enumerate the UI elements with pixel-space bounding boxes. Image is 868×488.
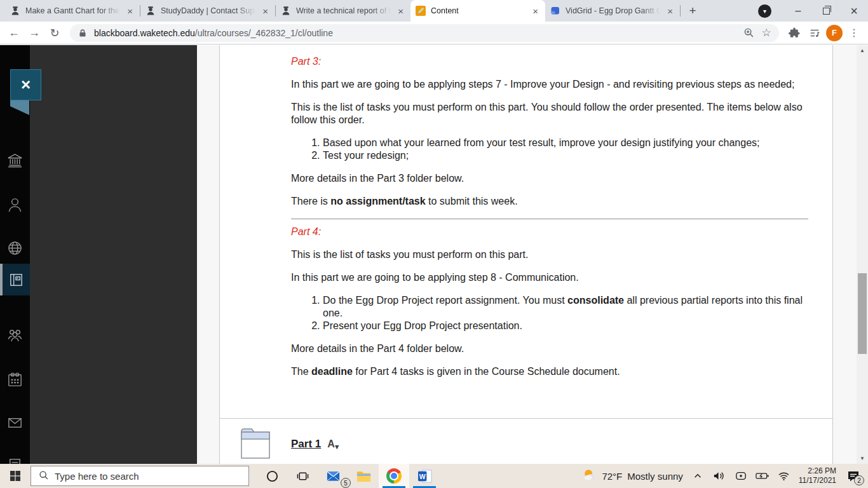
- volume-icon[interactable]: [712, 469, 726, 483]
- part4-more: More details in the Part 4 folder below.: [291, 342, 808, 355]
- sidebar-item-calendar[interactable]: [0, 363, 30, 395]
- sidebar-item-grades[interactable]: [0, 449, 30, 464]
- mail-app-button[interactable]: 5: [318, 464, 348, 488]
- tab-studydaddy-support[interactable]: StudyDaddy | Contact Suppor ×: [140, 0, 275, 22]
- address-bar[interactable]: blackboard.waketech.edu/ultra/courses/_4…: [70, 24, 779, 42]
- extensions-puzzle-icon[interactable]: [785, 24, 803, 42]
- window-controls: ▾ – ×: [758, 0, 868, 22]
- part4-heading: Part 4:: [291, 226, 808, 238]
- part4-note: The deadline for Part 4 tasks is given i…: [291, 365, 808, 378]
- vidgrid-favicon-icon: [550, 6, 560, 16]
- tab-technical-report[interactable]: Write a technical report of tw ×: [276, 0, 410, 22]
- cortana-button[interactable]: [257, 464, 287, 488]
- tab-title: Write a technical report of tw: [296, 6, 391, 15]
- url-path: /ultra/courses/_462832_1/cl/outline: [195, 28, 333, 38]
- task-view-icon: [297, 470, 309, 482]
- tab-close-icon[interactable]: ×: [396, 6, 405, 17]
- calendar-icon: [6, 371, 24, 388]
- sidebar-item-messages[interactable]: [0, 407, 30, 438]
- scroll-up-icon[interactable]: ▲: [857, 45, 868, 56]
- sidebar-item-organizations[interactable]: [0, 319, 30, 351]
- new-tab-button[interactable]: +: [684, 3, 701, 19]
- url-domain: blackboard.waketech.edu: [94, 28, 195, 38]
- forward-button[interactable]: →: [25, 24, 43, 42]
- weather-condition: Mostly sunny: [627, 471, 683, 482]
- weather-widget[interactable]: 72°F Mostly sunny: [583, 468, 682, 484]
- clock-time: 2:26 PM: [799, 466, 836, 476]
- part4-task-list: Do the Egg Drop Project report assignmen…: [291, 294, 808, 332]
- mail-icon: [6, 414, 24, 431]
- sidebar-item-profile[interactable]: [0, 189, 30, 220]
- weather-temp: 72°F: [602, 471, 622, 482]
- part3-heading: Part 3:: [291, 55, 808, 68]
- list-item: Do the Egg Drop Project report assignmen…: [323, 294, 808, 320]
- media-controls-icon[interactable]: [806, 24, 824, 42]
- word-taskbar-button[interactable]: W: [409, 464, 440, 488]
- course-outline-text: Part 3: In this part we are going to be …: [220, 45, 832, 419]
- reload-button[interactable]: ↻: [46, 24, 64, 42]
- browser-toolbar: ← → ↻ blackboard.waketech.edu/ultra/cour…: [0, 22, 868, 44]
- scroll-down-icon[interactable]: ▼: [857, 453, 868, 464]
- folder-link-part1[interactable]: Part 1: [291, 438, 321, 451]
- part3-task-list: Based upon what your learned from your t…: [291, 137, 808, 162]
- search-icon: [39, 470, 48, 482]
- file-explorer-button[interactable]: [348, 464, 379, 488]
- task-view-button[interactable]: [287, 464, 318, 488]
- browser-menu-icon[interactable]: ⋮: [845, 24, 863, 42]
- zoom-icon[interactable]: [742, 27, 755, 39]
- tab-close-icon[interactable]: ×: [261, 6, 270, 17]
- taskbar-clock[interactable]: 2:26 PM 11/17/2021: [799, 466, 836, 485]
- start-button[interactable]: [0, 464, 31, 488]
- wifi-icon[interactable]: [777, 469, 791, 483]
- search-placeholder: Type here to search: [55, 471, 139, 482]
- tab-search-button[interactable]: ▾: [758, 4, 771, 18]
- course-menu-panel: [30, 45, 197, 464]
- windows-taskbar: Type here to search 5 W 72°F: [0, 464, 868, 488]
- sidebar-item-activity[interactable]: [0, 232, 30, 264]
- meet-now-icon[interactable]: [734, 469, 748, 483]
- tab-title: Content: [431, 6, 526, 15]
- windows-logo-icon: [10, 471, 20, 481]
- restore-button[interactable]: [812, 0, 840, 22]
- close-window-button[interactable]: ×: [840, 0, 868, 22]
- page-scrollbar[interactable]: ▲ ▼: [857, 45, 868, 464]
- chrome-taskbar-button[interactable]: [379, 464, 409, 488]
- taskbar-search-box[interactable]: Type here to search: [31, 466, 249, 486]
- tab-close-icon[interactable]: ×: [665, 6, 675, 17]
- cortana-icon: [266, 470, 278, 482]
- chevron-down-icon: ▾: [763, 8, 766, 15]
- bookmark-star-icon[interactable]: ☆: [760, 27, 773, 39]
- profile-avatar[interactable]: F: [826, 25, 843, 41]
- part3-tasks-intro: This is the list of tasks you must perfo…: [291, 101, 808, 126]
- blackboard-favicon-icon: [416, 6, 426, 16]
- back-button[interactable]: ←: [5, 24, 23, 42]
- tab-gantt-chart[interactable]: Make a Gantt Chart for the eg ×: [5, 0, 140, 22]
- folder-icon: [240, 426, 271, 462]
- folder-item-part1[interactable]: Part 1 A▼: [220, 419, 832, 462]
- close-icon: ×: [21, 75, 31, 95]
- list-item: Based upon what your learned from your t…: [323, 137, 808, 149]
- groups-icon: [6, 327, 24, 344]
- tab-separator: [680, 5, 681, 17]
- close-course-menu-button[interactable]: ×: [10, 69, 41, 100]
- tab-close-icon[interactable]: ×: [125, 6, 135, 17]
- sidebar-item-institution[interactable]: [0, 144, 30, 176]
- scrollbar-thumb[interactable]: [858, 273, 867, 354]
- svg-text:W: W: [419, 472, 425, 480]
- browser-tabstrip: Make a Gantt Chart for the eg × StudyDad…: [0, 0, 868, 22]
- institution-icon: [6, 152, 24, 169]
- tab-content-active[interactable]: Content ×: [410, 0, 545, 22]
- restore-icon: [823, 8, 830, 15]
- studydaddy-favicon-icon: [281, 6, 291, 16]
- url-text[interactable]: blackboard.waketech.edu/ultra/courses/_4…: [94, 28, 737, 38]
- list-item: Present your Egg Drop Project presentati…: [323, 320, 808, 332]
- tray-chevron-up-icon[interactable]: [691, 469, 705, 483]
- action-center-button[interactable]: 2: [844, 468, 863, 484]
- battery-charging-icon[interactable]: [756, 469, 770, 483]
- minimize-button[interactable]: –: [784, 0, 812, 22]
- tab-title: Make a Gantt Chart for the eg: [25, 6, 120, 15]
- tab-title: VidGrid - Egg Drop Gantt Cha: [566, 6, 660, 15]
- tab-vidgrid[interactable]: VidGrid - Egg Drop Gantt Cha ×: [545, 0, 680, 22]
- sidebar-item-courses[interactable]: [0, 264, 30, 295]
- tab-close-icon[interactable]: ×: [531, 6, 540, 17]
